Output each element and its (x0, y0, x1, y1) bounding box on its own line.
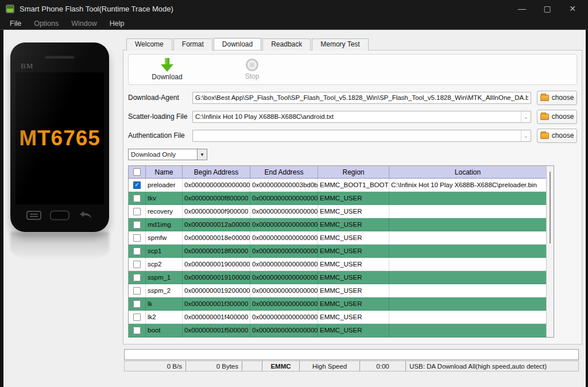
tab-format[interactable]: Format (173, 38, 212, 51)
row-checkbox[interactable] (133, 247, 141, 255)
row-checkbox-cell[interactable] (129, 284, 146, 297)
cell-region: EMMC_BOOT1_BOOT2 (318, 179, 389, 192)
table-row[interactable]: ✓preloader0x00000000000000000x0000000000… (129, 179, 546, 192)
tab-readback[interactable]: Readback (262, 38, 311, 51)
stop-button-label: Stop (245, 72, 260, 80)
menu-file[interactable]: File (3, 20, 28, 28)
cell-end-address: 0x0000000000000000 (250, 231, 318, 245)
tab-welcome[interactable]: Welcome (126, 38, 172, 51)
row-checkbox-cell[interactable] (129, 245, 146, 258)
table-row[interactable]: lk0x000000001f3000000x0000000000000000EM… (129, 297, 546, 311)
scatter-file-choose-button[interactable]: choose (537, 110, 577, 124)
tab-memory-test[interactable]: Memory Test (312, 38, 368, 51)
partition-table: Name Begin Address End Address Region Lo… (128, 165, 554, 338)
table-scrollbar[interactable] (546, 166, 554, 337)
cell-location (389, 192, 546, 205)
cell-begin-address: 0x000000001f500000 (183, 324, 250, 337)
table-row[interactable]: spmfw0x0000000018e000000x000000000000000… (129, 231, 546, 245)
row-checkbox-cell[interactable] (129, 297, 146, 311)
back-key-icon (76, 209, 95, 222)
row-checkbox-cell[interactable] (129, 311, 146, 324)
row-checkbox[interactable] (133, 261, 141, 268)
folder-icon (540, 133, 549, 139)
download-agent-input[interactable] (192, 92, 531, 104)
row-checkbox-cell[interactable] (129, 258, 146, 271)
menu-options[interactable]: Options (28, 20, 65, 28)
row-checkbox[interactable] (133, 234, 141, 242)
auth-file-choose-button[interactable]: choose (537, 129, 577, 143)
menu-window[interactable]: Window (65, 20, 103, 28)
scatter-file-row: Scatter-loading File ⌄ choose (128, 110, 577, 123)
minimize-button[interactable]: — (517, 4, 527, 13)
row-checkbox-cell[interactable]: ✓ (129, 179, 146, 192)
cell-begin-address: 0x0000000019000000 (183, 258, 250, 271)
row-checkbox[interactable] (133, 195, 141, 202)
row-checkbox[interactable] (133, 274, 141, 281)
cell-begin-address: 0x000000001f400000 (183, 311, 250, 324)
cell-region: EMMC_USER (318, 297, 389, 311)
cell-end-address: 0x000000000003bd0b (250, 179, 318, 192)
status-elapsed-time: 0:00 (360, 361, 406, 371)
table-row[interactable]: sspm_10x00000000191000000x00000000000000… (129, 271, 546, 284)
close-button[interactable]: ✕ (567, 4, 578, 13)
cell-name: lk (146, 297, 183, 311)
stop-icon (246, 59, 258, 71)
table-row[interactable]: md1img0x0000000012a000000x00000000000000… (129, 218, 546, 231)
table-row[interactable]: boot0x000000001f5000000x0000000000000000… (129, 324, 546, 337)
download-agent-choose-button[interactable]: choose (537, 91, 577, 105)
header-end-address[interactable]: End Address (250, 166, 318, 179)
row-checkbox[interactable] (133, 287, 141, 295)
header-region[interactable]: Region (318, 166, 389, 179)
row-checkbox[interactable] (133, 314, 141, 321)
status-usb-speed: High Speed (300, 361, 360, 371)
auth-file-input[interactable] (192, 130, 531, 142)
select-all-checkbox[interactable] (133, 168, 141, 176)
cell-name: scp2 (146, 258, 183, 271)
row-checkbox-cell[interactable] (129, 271, 146, 284)
cell-begin-address: 0x0000000012a00000 (183, 218, 250, 231)
phone-brand-label: BM (21, 61, 33, 71)
row-checkbox[interactable] (133, 221, 141, 229)
cell-begin-address: 0x000000000f800000 (183, 192, 250, 205)
phone-screen: MT6765 (16, 72, 104, 204)
table-row[interactable]: lk20x000000001f4000000x0000000000000000E… (129, 311, 546, 324)
row-checkbox-cell[interactable] (129, 192, 146, 205)
table-row[interactable]: scp10x0000000018f000000x0000000000000000… (129, 245, 546, 258)
maximize-button[interactable]: ▢ (542, 4, 552, 13)
cell-end-address: 0x0000000000000000 (250, 297, 318, 311)
stop-button[interactable]: Stop (232, 59, 272, 80)
header-location[interactable]: Location (389, 166, 546, 179)
cell-end-address: 0x0000000000000000 (250, 258, 318, 271)
choose-button-label: choose (552, 94, 574, 102)
row-checkbox-cell[interactable] (129, 324, 146, 337)
header-name[interactable]: Name (146, 166, 183, 179)
chevron-down-icon[interactable]: ⌄ (521, 111, 531, 122)
cell-location (389, 311, 546, 324)
row-checkbox[interactable]: ✓ (133, 181, 141, 189)
download-agent-label: Download-Agent (128, 94, 192, 102)
header-begin-address[interactable]: Begin Address (183, 166, 250, 179)
menu-help[interactable]: Help (103, 20, 131, 28)
menu-bar: File Options Window Help (0, 17, 588, 30)
phone-nav-bar (10, 206, 109, 225)
tab-download[interactable]: Download (214, 38, 261, 50)
download-button[interactable]: Download (147, 58, 187, 81)
auth-file-label: Authentication File (128, 131, 192, 140)
tab-strip: Welcome Format Download Readback Memory … (123, 38, 582, 50)
header-checkbox-cell[interactable] (129, 166, 146, 179)
mode-select[interactable]: Download Only ▼ (128, 149, 207, 160)
chevron-down-icon[interactable]: ⌄ (521, 130, 531, 141)
row-checkbox[interactable] (133, 208, 141, 215)
table-row[interactable]: recovery0x000000000f9000000x000000000000… (129, 205, 546, 218)
scatter-file-input[interactable] (192, 111, 531, 123)
dropdown-arrow-icon[interactable]: ▼ (197, 149, 207, 160)
row-checkbox[interactable] (133, 327, 141, 334)
row-checkbox[interactable] (133, 300, 141, 308)
table-row[interactable]: scp20x00000000190000000x0000000000000000… (129, 258, 546, 271)
row-checkbox-cell[interactable] (129, 205, 146, 218)
table-row[interactable]: sspm_20x00000000192000000x00000000000000… (129, 284, 546, 297)
scrollbar-thumb[interactable] (550, 172, 551, 243)
row-checkbox-cell[interactable] (129, 231, 146, 245)
row-checkbox-cell[interactable] (129, 218, 146, 231)
table-row[interactable]: tkv0x000000000f8000000x0000000000000000E… (129, 192, 546, 205)
